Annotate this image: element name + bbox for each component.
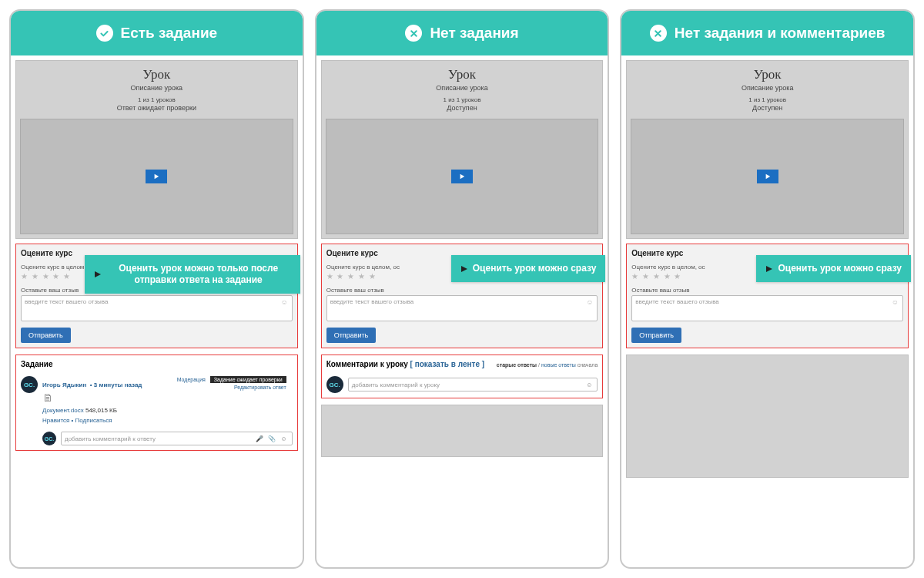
card-no-task-no-comments: Нет задания и комментариев Урок Описание…: [620, 9, 915, 569]
sort-old[interactable]: старые ответы: [497, 362, 537, 368]
callout-text: Оценить урок можно только после отправки…: [106, 263, 291, 286]
task-time: • 3 минуты назад: [90, 381, 142, 388]
comments-sort: старые ответы / новые ответы сначала: [497, 362, 598, 368]
send-button[interactable]: Отправить: [326, 328, 377, 343]
cross-icon: [405, 25, 422, 42]
edit-answer-link[interactable]: Редактировать ответ: [177, 385, 286, 390]
subscribe-link[interactable]: Подписаться: [75, 417, 112, 424]
play-icon: [765, 173, 771, 180]
lesson-title: Урок: [142, 67, 170, 82]
card-header-title: Есть задание: [121, 25, 218, 42]
card-body: Урок Описание урока 1 из 1 уроков Доступ…: [621, 55, 913, 482]
comment-placeholder: добавить комментарий к уроку: [352, 381, 440, 388]
file-name[interactable]: Документ.docx: [42, 407, 84, 414]
callout: Оценить урок можно сразу: [451, 255, 606, 282]
task-author[interactable]: Игорь Ядыкин: [42, 381, 86, 388]
card-header: Нет задания и комментариев: [621, 11, 913, 55]
task-status-badge: Задание ожидает проверки: [210, 376, 286, 383]
avatar: GC.: [42, 432, 56, 445]
review-label: Оставьте ваш отзыв: [631, 287, 903, 294]
emoji-icon[interactable]: ☺: [280, 298, 287, 306]
callout: Оценить урок можно сразу: [756, 255, 911, 282]
review-placeholder: введите текст вашего отзыва: [635, 298, 718, 305]
task-badges: Модерация Задание ожидает проверки Редак…: [177, 376, 286, 390]
show-in-feed-link[interactable]: [ показать в ленте ]: [410, 360, 484, 368]
card-header: Есть задание: [11, 11, 303, 55]
file-icon: 🗎: [42, 391, 293, 404]
lesson-desc: Описание урока: [436, 84, 487, 92]
comments-title: Комментарии к уроку [ показать в ленте ]: [326, 360, 484, 368]
lesson-title: Урок: [754, 67, 782, 82]
sort-suffix: сначала: [578, 362, 598, 368]
placeholder-block: [321, 405, 604, 457]
task-block: Задание GC. Игорь Ядыкин • 3 минуты наза…: [15, 355, 298, 451]
review-input[interactable]: введите текст вашего отзыва ☺: [326, 295, 598, 321]
lesson-status: Доступен: [752, 104, 782, 112]
review-placeholder: введите текст вашего отзыва: [330, 298, 413, 305]
rating-block: Оцените курс Оцените курс в целом, ★ ★ ★…: [15, 244, 298, 348]
moderation-link[interactable]: Модерация: [177, 377, 206, 382]
review-label: Оставьте ваш отзыв: [326, 287, 598, 294]
lesson-count: 1 из 1 уроков: [748, 96, 786, 103]
comment-input[interactable]: добавить комментарий к уроку ☺: [348, 378, 598, 391]
lesson-box: Урок Описание урока 1 из 1 уроков Доступ…: [626, 60, 909, 239]
comment-placeholder: добавить комментарий к ответу: [65, 435, 156, 442]
video-area: [326, 119, 599, 234]
callout-text: Оценить урок можно сразу: [473, 263, 597, 274]
arrow-right-icon: [94, 271, 102, 278]
play-button[interactable]: [451, 170, 473, 183]
lesson-status: Ответ ожидает проверки: [117, 104, 196, 112]
callout-text: Оценить урок можно сразу: [778, 263, 902, 274]
card-has-task: Есть задание Урок Описание урока 1 из 1 …: [9, 9, 304, 569]
input-icons[interactable]: 🎤 📎 ☺: [256, 435, 289, 442]
lesson-desc: Описание урока: [742, 84, 793, 92]
sort-new[interactable]: новые ответы: [541, 362, 576, 368]
emoji-icon[interactable]: ☺: [586, 298, 593, 306]
check-icon: [96, 25, 113, 42]
play-icon: [459, 173, 465, 180]
lesson-count: 1 из 1 уроков: [444, 96, 481, 103]
comments-block: Комментарии к уроку [ показать в ленте ]…: [321, 355, 604, 398]
lesson-desc: Описание урока: [131, 84, 182, 92]
file-size: 548,015 КБ: [85, 407, 117, 414]
card-header: Нет задания: [316, 11, 608, 55]
comments-title-text: Комментарии к уроку: [326, 360, 408, 368]
video-area: [631, 119, 904, 234]
lesson-status: Доступен: [447, 104, 477, 112]
send-button[interactable]: Отправить: [21, 328, 71, 343]
arrow-right-icon: [460, 265, 468, 273]
card-header-title: Нет задания: [430, 25, 518, 42]
avatar: GC.: [326, 376, 343, 393]
arrow-right-icon: [765, 265, 773, 273]
avatar: GC.: [21, 376, 38, 393]
placeholder-block: [626, 355, 909, 478]
lesson-box: Урок Описание урока 1 из 1 уроков Ответ …: [15, 60, 298, 239]
cross-icon: [650, 25, 667, 42]
play-button[interactable]: [757, 170, 778, 183]
lesson-box: Урок Описание урока 1 из 1 уроков Доступ…: [321, 60, 604, 239]
card-body: Урок Описание урока 1 из 1 уроков Ответ …: [11, 55, 303, 455]
task-title: Задание: [21, 360, 293, 368]
video-area: [20, 119, 293, 234]
review-placeholder: введите текст вашего отзыва: [25, 298, 108, 305]
card-body: Урок Описание урока 1 из 1 уроков Доступ…: [316, 55, 608, 462]
callout: Оценить урок можно только после отправки…: [85, 255, 300, 294]
emoji-icon[interactable]: ☺: [892, 298, 899, 306]
lesson-count: 1 из 1 уроков: [138, 96, 176, 103]
lesson-title: Урок: [448, 67, 476, 82]
comment-input[interactable]: добавить комментарий к ответу 🎤 📎 ☺: [61, 432, 293, 445]
emoji-icon[interactable]: ☺: [586, 381, 594, 388]
card-header-title: Нет задания и комментариев: [675, 25, 886, 42]
play-icon: [153, 173, 159, 180]
rating-block: Оцените курс Оцените курс в целом, ос ★ …: [321, 244, 604, 348]
send-button[interactable]: Отправить: [631, 328, 681, 343]
review-input[interactable]: введите текст вашего отзыва ☺: [21, 295, 293, 321]
rating-block: Оцените курс Оцените курс в целом, ос ★ …: [626, 244, 909, 348]
play-button[interactable]: [146, 170, 167, 183]
card-no-task: Нет задания Урок Описание урока 1 из 1 у…: [315, 9, 610, 569]
like-link[interactable]: Нравится: [42, 417, 69, 424]
review-input[interactable]: введите текст вашего отзыва ☺: [631, 295, 903, 321]
